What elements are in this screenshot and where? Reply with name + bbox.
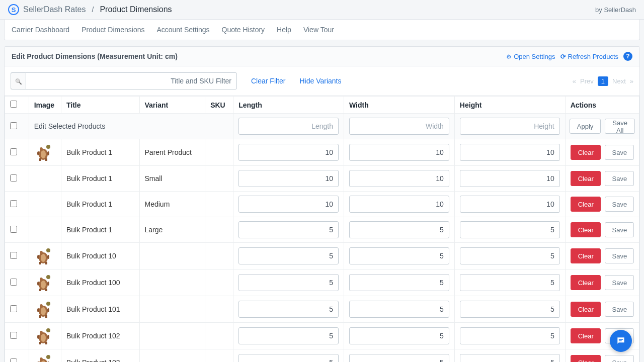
row-title: Bulk Product 10 <box>61 243 139 269</box>
row-checkbox[interactable] <box>10 358 17 363</box>
width-input[interactable] <box>349 196 449 213</box>
height-input[interactable] <box>460 247 560 264</box>
clear-button[interactable]: Clear <box>571 222 601 237</box>
svg-point-26 <box>41 307 46 315</box>
row-sku <box>205 217 233 243</box>
length-input[interactable] <box>238 274 339 291</box>
save-button[interactable]: Save <box>605 302 634 317</box>
height-input[interactable] <box>460 196 560 213</box>
clear-button[interactable]: Clear <box>571 328 601 343</box>
product-thumbnail <box>34 327 52 345</box>
length-input[interactable] <box>238 301 339 318</box>
row-title: Bulk Product 101 <box>61 296 139 323</box>
nav-product-dimensions[interactable]: Product Dimensions <box>82 26 144 34</box>
svg-rect-5 <box>45 158 47 161</box>
svg-point-40 <box>46 355 50 359</box>
nav-account-settings[interactable]: Account Settings <box>156 26 209 34</box>
row-checkbox[interactable] <box>10 252 17 259</box>
save-button[interactable]: Save <box>605 145 634 160</box>
height-input[interactable] <box>460 327 560 344</box>
chat-button[interactable] <box>610 330 632 352</box>
clear-button[interactable]: Clear <box>571 197 601 212</box>
col-variant: Variant <box>139 97 205 114</box>
save-button[interactable]: Save <box>605 248 634 263</box>
clear-filter-link[interactable]: Clear Filter <box>251 77 285 85</box>
width-input[interactable] <box>349 274 449 291</box>
svg-point-8 <box>46 248 50 252</box>
pagination-last[interactable]: » <box>630 77 633 85</box>
length-input[interactable] <box>238 354 339 362</box>
length-input[interactable] <box>238 170 339 187</box>
breadcrumb-sep: / <box>92 6 94 14</box>
length-input[interactable] <box>238 196 339 213</box>
help-icon[interactable]: ? <box>623 52 632 61</box>
height-input[interactable] <box>460 274 560 291</box>
refresh-products-link[interactable]: Refresh Products <box>560 53 618 60</box>
row-variant: Small <box>139 166 205 192</box>
product-thumbnail <box>34 353 52 362</box>
row-checkbox[interactable] <box>10 332 17 339</box>
nav-carrier-dashboard[interactable]: Carrier Dashboard <box>12 26 69 34</box>
clear-button[interactable]: Clear <box>571 275 601 290</box>
pagination-page[interactable]: 1 <box>598 76 608 86</box>
row-checkbox[interactable] <box>10 226 17 233</box>
width-input[interactable] <box>349 327 449 344</box>
length-input[interactable] <box>238 221 339 238</box>
main-nav: Carrier Dashboard Product Dimensions Acc… <box>4 20 640 40</box>
height-input[interactable] <box>460 301 560 318</box>
row-checkbox[interactable] <box>10 148 17 155</box>
svg-point-11 <box>40 251 43 255</box>
save-all-button[interactable]: Save All <box>605 119 635 134</box>
clear-button[interactable]: Clear <box>571 355 601 362</box>
bulk-length-input[interactable] <box>238 118 339 135</box>
clear-button[interactable]: Clear <box>571 248 601 263</box>
nav-view-tour[interactable]: View Tour <box>303 26 334 34</box>
clear-button[interactable]: Clear <box>571 302 601 317</box>
save-button[interactable]: Save <box>605 355 634 362</box>
row-checkbox[interactable] <box>10 200 17 207</box>
height-input[interactable] <box>460 221 560 238</box>
length-input[interactable] <box>238 144 339 161</box>
pagination-first[interactable]: « <box>573 77 576 85</box>
height-input[interactable] <box>460 170 560 187</box>
bulk-width-input[interactable] <box>349 118 449 135</box>
clear-button[interactable]: Clear <box>571 171 601 186</box>
width-input[interactable] <box>349 247 449 264</box>
refresh-products-label: Refresh Products <box>568 53 618 60</box>
height-input[interactable] <box>460 144 560 161</box>
select-all-checkbox[interactable] <box>10 101 17 108</box>
apply-button[interactable]: Apply <box>570 119 601 134</box>
save-button[interactable]: Save <box>605 197 634 212</box>
width-input[interactable] <box>349 144 449 161</box>
length-input[interactable] <box>238 247 339 264</box>
clear-button[interactable]: Clear <box>571 145 601 160</box>
height-input[interactable] <box>460 354 560 362</box>
width-input[interactable] <box>349 170 449 187</box>
search-input[interactable] <box>26 72 237 89</box>
length-input[interactable] <box>238 327 339 344</box>
save-button[interactable]: Save <box>605 222 634 237</box>
open-settings-label: Open Settings <box>514 53 555 60</box>
pagination-next[interactable]: Next <box>612 77 626 85</box>
row-checkbox[interactable] <box>10 305 17 312</box>
row-checkbox[interactable] <box>10 174 17 182</box>
nav-quote-history[interactable]: Quote History <box>222 26 265 34</box>
open-settings-link[interactable]: Open Settings <box>506 53 555 60</box>
save-button[interactable]: Save <box>605 275 634 290</box>
col-length: Length <box>233 97 344 114</box>
search-group <box>11 72 237 89</box>
width-input[interactable] <box>349 301 449 318</box>
width-input[interactable] <box>349 354 449 362</box>
table-row: Bulk Product 101ClearSave <box>5 296 639 323</box>
col-actions: Actions <box>565 97 639 114</box>
width-input[interactable] <box>349 221 449 238</box>
bulk-height-input[interactable] <box>460 118 560 135</box>
hide-variants-link[interactable]: Hide Variants <box>299 77 341 85</box>
row-checkbox[interactable] <box>10 279 17 286</box>
bulk-row-checkbox[interactable] <box>10 122 17 129</box>
row-title: Bulk Product 102 <box>61 323 139 349</box>
save-button[interactable]: Save <box>605 171 634 186</box>
pagination-prev[interactable]: Prev <box>580 77 594 85</box>
nav-help[interactable]: Help <box>277 26 291 34</box>
svg-point-15 <box>47 255 49 259</box>
